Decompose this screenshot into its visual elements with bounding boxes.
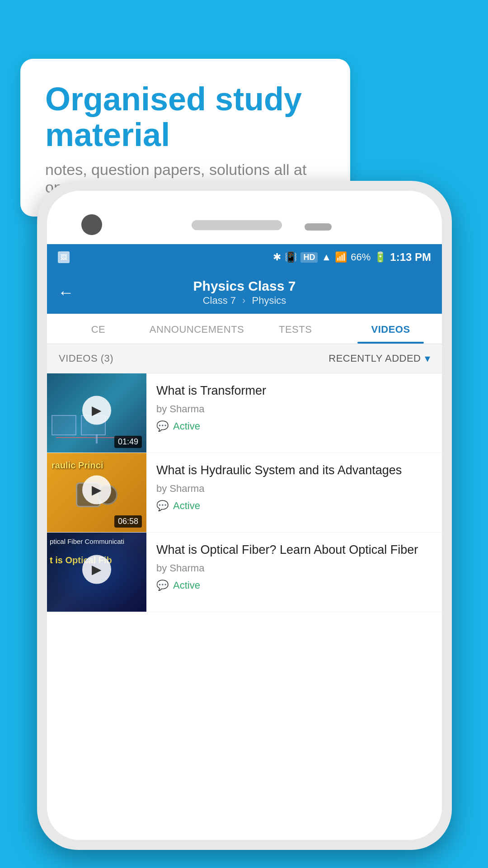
video-status: 💬 Active <box>156 420 433 432</box>
video-thumbnail: ptical Fiber Communicati t is Optical Fi… <box>47 533 146 612</box>
video-thumbnail: raulic Princi ▶ 06:58 <box>47 453 146 532</box>
app-bar-title: Physics Class 7 Class 7 › Physics <box>85 278 404 307</box>
phone-screen: 🖼 ✱ 📳 HD ▲ 📶 66% 🔋 1:13 PM ← Physics Cla <box>47 244 442 840</box>
screen-title: Physics Class 7 <box>85 278 404 294</box>
tab-ce[interactable]: CE <box>51 314 146 344</box>
sort-label: RECENTLY ADDED <box>328 353 421 364</box>
wifi-icon: ▲ <box>321 251 331 263</box>
play-button[interactable]: ▶ <box>82 475 111 504</box>
video-duration: 01:49 <box>114 436 142 448</box>
status-label: Active <box>173 420 200 432</box>
status-right: ✱ 📳 HD ▲ 📶 66% 🔋 1:13 PM <box>273 251 431 264</box>
video-item[interactable]: raulic Princi ▶ 06:58 What is Hydraulic … <box>47 453 442 533</box>
video-title: What is Optical Fiber? Learn About Optic… <box>156 542 433 558</box>
signal-icon: 📶 <box>335 251 347 263</box>
video-thumbnail: ▶ 01:49 <box>47 373 146 453</box>
breadcrumb-class: Class 7 <box>203 295 236 306</box>
status-label: Active <box>173 500 200 512</box>
phone-speaker <box>192 220 282 230</box>
phone-camera <box>81 214 102 235</box>
video-title: What is Transformer <box>156 382 433 399</box>
video-item[interactable]: ▶ 01:49 What is Transformer by Sharma 💬 … <box>47 373 442 453</box>
tab-videos[interactable]: VIDEOS <box>343 314 438 344</box>
bluetooth-icon: ✱ <box>273 251 281 263</box>
battery-icon: 🔋 <box>374 251 386 263</box>
breadcrumb-subject: Physics <box>252 295 286 306</box>
sort-button[interactable]: RECENTLY ADDED ▾ <box>328 352 430 365</box>
chat-icon: 💬 <box>156 580 169 591</box>
chevron-down-icon: ▾ <box>425 352 431 365</box>
breadcrumb: Class 7 › Physics <box>85 295 404 307</box>
videos-header: VIDEOS (3) RECENTLY ADDED ▾ <box>47 344 442 373</box>
vibrate-icon: 📳 <box>285 251 297 263</box>
chat-icon: 💬 <box>156 420 169 432</box>
tab-bar: CE ANNOUNCEMENTS TESTS VIDEOS <box>47 314 442 344</box>
status-left: 🖼 <box>58 251 70 263</box>
video-duration: 06:58 <box>114 515 142 528</box>
video-item[interactable]: ptical Fiber Communicati t is Optical Fi… <box>47 533 442 612</box>
video-title: What is Hydraulic System and its Advanta… <box>156 462 433 478</box>
video-status: 💬 Active <box>156 580 433 591</box>
video-info: What is Hydraulic System and its Advanta… <box>146 453 442 532</box>
time-display: 1:13 PM <box>390 251 431 264</box>
video-info: What is Transformer by Sharma 💬 Active <box>146 373 442 453</box>
back-button[interactable]: ← <box>58 283 74 302</box>
video-info: What is Optical Fiber? Learn About Optic… <box>146 533 442 612</box>
video-author: by Sharma <box>156 483 433 495</box>
play-button[interactable]: ▶ <box>82 555 111 584</box>
video-status: 💬 Active <box>156 500 433 512</box>
phone-home-button <box>305 223 332 231</box>
bubble-title: Organised study material <box>45 81 325 153</box>
status-label: Active <box>173 580 200 591</box>
phone-frame: 🖼 ✱ 📳 HD ▲ 📶 66% 🔋 1:13 PM ← Physics Cla <box>37 181 452 850</box>
breadcrumb-separator: › <box>242 295 245 306</box>
hd-badge: HD <box>300 252 318 263</box>
video-list: ▶ 01:49 What is Transformer by Sharma 💬 … <box>47 373 442 612</box>
phone-inner: 🖼 ✱ 📳 HD ▲ 📶 66% 🔋 1:13 PM ← Physics Cla <box>47 191 442 840</box>
play-button[interactable]: ▶ <box>82 396 111 425</box>
videos-count: VIDEOS (3) <box>59 353 113 364</box>
chat-icon: 💬 <box>156 500 169 512</box>
tab-announcements[interactable]: ANNOUNCEMENTS <box>146 314 248 344</box>
video-author: by Sharma <box>156 403 433 415</box>
battery-percent: 66% <box>351 251 371 263</box>
app-bar: ← Physics Class 7 Class 7 › Physics <box>47 270 442 314</box>
tab-tests[interactable]: TESTS <box>248 314 343 344</box>
video-author: by Sharma <box>156 562 433 574</box>
thumb-text: raulic Princi <box>52 459 142 471</box>
status-bar: 🖼 ✱ 📳 HD ▲ 📶 66% 🔋 1:13 PM <box>47 244 442 270</box>
image-icon: 🖼 <box>58 251 70 263</box>
